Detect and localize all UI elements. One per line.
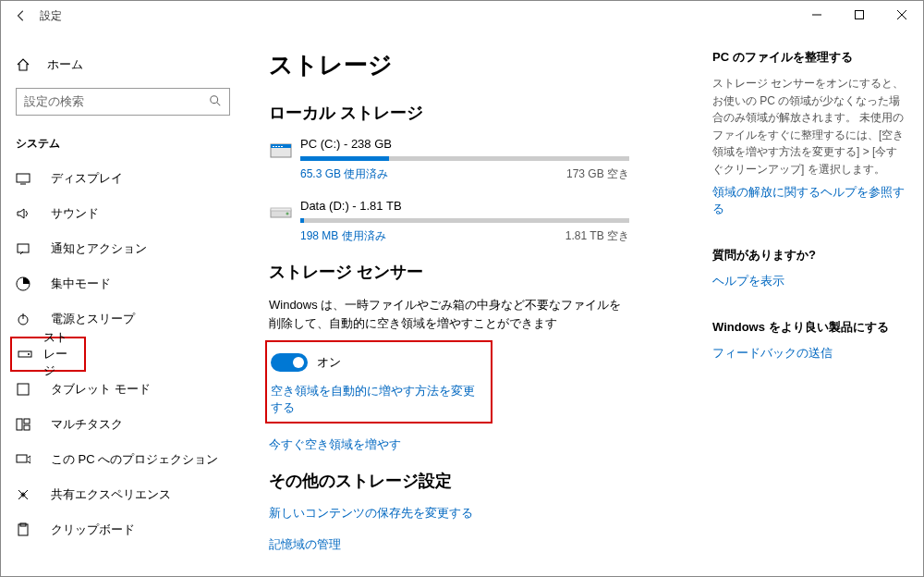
page-title: ストレージ	[269, 49, 629, 81]
window-title: 設定	[40, 8, 62, 24]
drive-d-free: 1.81 TB 空き	[565, 228, 629, 244]
manage-storage-link[interactable]: 記憶域の管理	[269, 536, 629, 553]
svg-rect-16	[24, 419, 30, 424]
highlight-box: オン 空き領域を自動的に増やす方法を変更する	[265, 340, 492, 424]
sidebar-item-label: タブレット モード	[51, 381, 151, 398]
storage-icon	[18, 347, 32, 362]
storage-sense-heading: ストレージ センサー	[269, 261, 629, 283]
sidebar-item-label: ディスプレイ	[51, 170, 123, 187]
home-icon	[16, 57, 32, 72]
sidebar-home[interactable]: ホーム	[1, 49, 252, 80]
sidebar-item-label: 通知とアクション	[51, 240, 147, 257]
shared-icon	[16, 487, 32, 502]
svg-rect-18	[17, 455, 27, 462]
change-save-location-link[interactable]: 新しいコンテンツの保存先を変更する	[269, 505, 629, 522]
storage-sense-toggle[interactable]	[271, 353, 308, 372]
search-placeholder: 設定の検索	[24, 93, 84, 110]
minimize-button[interactable]	[796, 1, 838, 29]
svg-rect-13	[18, 384, 29, 395]
aside-organize-link[interactable]: 領域の解放に関するヘルプを参照する	[712, 184, 906, 217]
sidebar-item-label: クリップボード	[51, 522, 135, 538]
focus-icon	[16, 276, 32, 291]
sidebar-item-label: 集中モード	[51, 276, 111, 292]
sidebar-item-multitask[interactable]: マルチタスク	[1, 407, 252, 442]
sidebar-item-clipboard[interactable]: クリップボード	[1, 512, 252, 547]
sidebar-item-display[interactable]: ディスプレイ	[1, 161, 252, 196]
storage-sense-state: オン	[317, 354, 341, 371]
sidebar-home-label: ホーム	[47, 56, 83, 73]
sidebar-item-tablet[interactable]: タブレット モード	[1, 372, 252, 407]
sidebar-item-projection[interactable]: この PC へのプロジェクション	[1, 442, 252, 477]
svg-point-4	[211, 95, 218, 103]
svg-rect-17	[24, 425, 30, 430]
drive-d-used: 198 MB 使用済み	[300, 228, 386, 244]
sidebar-item-storage[interactable]: ストレージ	[12, 338, 84, 370]
projection-icon	[16, 452, 32, 467]
aside-help-heading: 質問がありますか?	[712, 247, 906, 264]
window-controls	[796, 1, 923, 29]
drive-c-free: 173 GB 空き	[566, 166, 629, 182]
sidebar: ホーム 設定の検索 システム ディスプレイ サウンド 通知とアクション 集中モー…	[1, 31, 252, 577]
svg-rect-26	[278, 146, 280, 147]
svg-rect-25	[275, 146, 277, 147]
drive-c-icon	[269, 139, 300, 182]
drive-d-icon	[269, 201, 300, 244]
local-storage-heading: ローカル ストレージ	[269, 102, 629, 124]
svg-rect-24	[273, 146, 274, 147]
sidebar-item-label: ストレージ	[43, 329, 79, 379]
change-auto-free-link[interactable]: 空き領域を自動的に増やす方法を変更する	[271, 383, 483, 416]
tablet-icon	[16, 382, 32, 397]
drive-d-bar	[300, 218, 629, 223]
notifications-icon	[16, 241, 32, 256]
back-button[interactable]	[10, 5, 32, 27]
close-button[interactable]	[881, 1, 923, 29]
clipboard-icon	[16, 522, 32, 537]
sound-icon	[16, 206, 32, 221]
aside: PC のファイルを整理する ストレージ センサーをオンにすると、お使いの PC …	[712, 49, 906, 577]
aside-help-link[interactable]: ヘルプを表示	[712, 273, 906, 289]
content: ストレージ ローカル ストレージ PC (C:) - 238 GB 65.3 G…	[269, 49, 629, 577]
sidebar-item-label: サウンド	[51, 205, 99, 222]
svg-line-5	[217, 102, 221, 105]
sidebar-item-focus[interactable]: 集中モード	[1, 266, 252, 301]
drive-c-bar	[300, 156, 629, 161]
sidebar-item-sound[interactable]: サウンド	[1, 196, 252, 231]
display-icon	[16, 171, 32, 186]
power-icon	[16, 312, 32, 326]
drive-d[interactable]: Data (D:) - 1.81 TB 198 MB 使用済み 1.81 TB …	[269, 199, 629, 244]
svg-rect-30	[271, 208, 291, 211]
sidebar-item-label: マルチタスク	[51, 416, 123, 433]
other-storage-heading: その他のストレージ設定	[269, 470, 629, 492]
storage-sense-desc: Windows は、一時ファイルやごみ箱の中身など不要なファイルを削除して、自動…	[269, 296, 629, 333]
sidebar-item-label: この PC へのプロジェクション	[51, 451, 218, 468]
search-icon	[209, 94, 222, 110]
svg-rect-1	[856, 11, 864, 19]
aside-feedback-link[interactable]: フィードバックの送信	[712, 345, 906, 362]
maximize-button[interactable]	[838, 1, 881, 29]
svg-point-12	[28, 353, 30, 355]
svg-rect-27	[281, 146, 283, 147]
aside-organize-body: ストレージ センサーをオンにすると、お使いの PC の領域が少なくなった場合のみ…	[712, 75, 906, 178]
svg-rect-15	[17, 419, 22, 430]
sidebar-item-power[interactable]: 電源とスリープ	[1, 301, 252, 337]
sidebar-item-label: 共有エクスペリエンス	[51, 486, 171, 503]
sidebar-item-label: 電源とスリープ	[51, 311, 135, 327]
svg-rect-8	[18, 244, 29, 252]
sidebar-category: システム	[1, 129, 252, 161]
titlebar: 設定	[1, 1, 923, 31]
drive-c-name: PC (C:) - 238 GB	[300, 137, 629, 151]
drive-c[interactable]: PC (C:) - 238 GB 65.3 GB 使用済み 173 GB 空き	[269, 137, 629, 182]
sidebar-item-shared[interactable]: 共有エクスペリエンス	[1, 477, 252, 512]
sidebar-item-notifications[interactable]: 通知とアクション	[1, 231, 252, 266]
svg-point-29	[286, 213, 289, 215]
aside-feedback-heading: Windows をより良い製品にする	[712, 319, 906, 336]
free-now-link[interactable]: 今すぐ空き領域を増やす	[269, 436, 629, 453]
svg-rect-6	[17, 174, 30, 182]
aside-organize-heading: PC のファイルを整理する	[712, 49, 906, 66]
search-input[interactable]: 設定の検索	[16, 88, 230, 116]
multitask-icon	[16, 417, 32, 432]
drive-c-used: 65.3 GB 使用済み	[300, 166, 388, 182]
drive-d-name: Data (D:) - 1.81 TB	[300, 199, 629, 213]
